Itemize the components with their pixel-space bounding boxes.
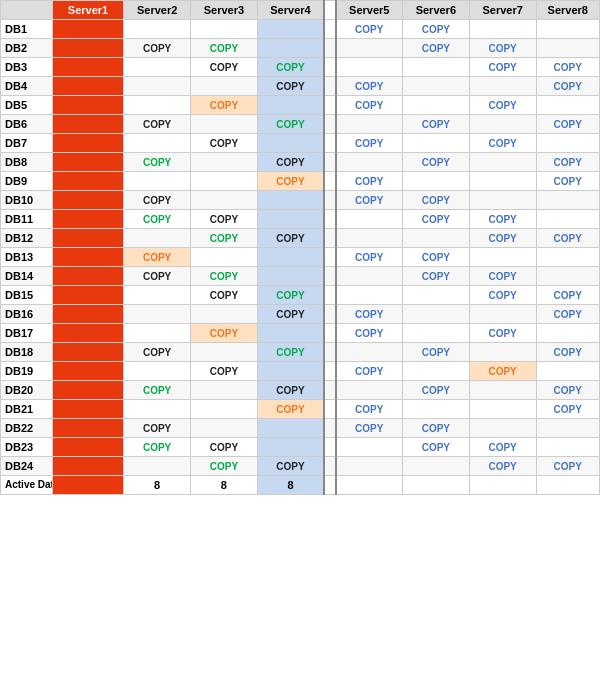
server7-cell: COPY bbox=[469, 324, 536, 343]
server3-cell bbox=[191, 191, 258, 210]
table-row: DB15COPYCOPYCOPYCOPY bbox=[1, 286, 600, 305]
gap-cell bbox=[324, 457, 336, 476]
db-label-cell: DB13 bbox=[1, 248, 53, 267]
server8-cell bbox=[536, 210, 599, 229]
server1-cell bbox=[52, 248, 123, 267]
server7-cell: COPY bbox=[469, 96, 536, 115]
server4-cell: COPY bbox=[257, 457, 324, 476]
server8-cell: COPY bbox=[536, 457, 599, 476]
server1-cell bbox=[52, 58, 123, 77]
server3-cell bbox=[191, 77, 258, 96]
server6-cell: COPY bbox=[402, 153, 469, 172]
server4-cell bbox=[257, 210, 324, 229]
gap-cell bbox=[324, 400, 336, 419]
server2-header: Server2 bbox=[124, 1, 191, 20]
server7-header: Server7 bbox=[469, 1, 536, 20]
db-label-cell: DB5 bbox=[1, 96, 53, 115]
server5-cell bbox=[336, 210, 403, 229]
gap-cell bbox=[324, 172, 336, 191]
server6-cell: COPY bbox=[402, 381, 469, 400]
server1-cell bbox=[52, 400, 123, 419]
server6-cell bbox=[402, 362, 469, 381]
server6-cell: COPY bbox=[402, 115, 469, 134]
db-label-cell: DB21 bbox=[1, 400, 53, 419]
gap-cell bbox=[324, 324, 336, 343]
server1-cell bbox=[52, 96, 123, 115]
server5-cell: COPY bbox=[336, 191, 403, 210]
table-row: DB17COPYCOPYCOPY bbox=[1, 324, 600, 343]
server5-cell bbox=[336, 229, 403, 248]
server6-cell bbox=[402, 172, 469, 191]
server3-cell: COPY bbox=[191, 362, 258, 381]
table-row: DB1COPYCOPY bbox=[1, 20, 600, 39]
server8-cell bbox=[536, 96, 599, 115]
server4-cell bbox=[257, 191, 324, 210]
db-label-cell: DB10 bbox=[1, 191, 53, 210]
server2-cell: COPY bbox=[124, 39, 191, 58]
server6-cell bbox=[402, 134, 469, 153]
server8-cell: COPY bbox=[536, 58, 599, 77]
server5-cell: COPY bbox=[336, 400, 403, 419]
server6-cell: COPY bbox=[402, 438, 469, 457]
gap-cell bbox=[324, 134, 336, 153]
server8-cell: COPY bbox=[536, 305, 599, 324]
server3-cell bbox=[191, 248, 258, 267]
server4-cell: COPY bbox=[257, 305, 324, 324]
server2-cell: COPY bbox=[124, 267, 191, 286]
server5-cell bbox=[336, 58, 403, 77]
db-label-cell: DB3 bbox=[1, 58, 53, 77]
server7-cell bbox=[469, 343, 536, 362]
server7-cell bbox=[469, 248, 536, 267]
db-label-cell: DB15 bbox=[1, 286, 53, 305]
server5-cell: COPY bbox=[336, 172, 403, 191]
footer-s1 bbox=[52, 476, 123, 495]
db-label-cell: DB2 bbox=[1, 39, 53, 58]
server3-cell bbox=[191, 381, 258, 400]
db-label-cell: DB14 bbox=[1, 267, 53, 286]
gap-cell bbox=[324, 96, 336, 115]
table-row: DB9COPYCOPYCOPY bbox=[1, 172, 600, 191]
gap-header bbox=[324, 1, 336, 20]
footer-gap bbox=[324, 476, 336, 495]
footer-s7 bbox=[469, 476, 536, 495]
server2-cell bbox=[124, 20, 191, 39]
server3-cell: COPY bbox=[191, 267, 258, 286]
footer-s3: 8 bbox=[191, 476, 258, 495]
server4-cell: COPY bbox=[257, 153, 324, 172]
server6-header: Server6 bbox=[402, 1, 469, 20]
server2-cell bbox=[124, 134, 191, 153]
server8-cell bbox=[536, 438, 599, 457]
server1-cell bbox=[52, 438, 123, 457]
footer-s5 bbox=[336, 476, 403, 495]
server2-cell: COPY bbox=[124, 419, 191, 438]
server3-cell: COPY bbox=[191, 438, 258, 457]
table-row: DB22COPYCOPYCOPY bbox=[1, 419, 600, 438]
server4-cell bbox=[257, 267, 324, 286]
server5-cell bbox=[336, 343, 403, 362]
server2-cell: COPY bbox=[124, 153, 191, 172]
server6-cell bbox=[402, 400, 469, 419]
server4-cell bbox=[257, 438, 324, 457]
server4-cell: COPY bbox=[257, 172, 324, 191]
main-table-wrapper: Server1 Server2 Server3 Server4 Server5 … bbox=[0, 0, 600, 495]
server3-cell bbox=[191, 20, 258, 39]
server2-cell bbox=[124, 286, 191, 305]
gap-cell bbox=[324, 381, 336, 400]
server8-cell: COPY bbox=[536, 115, 599, 134]
server1-cell bbox=[52, 191, 123, 210]
server2-cell: COPY bbox=[124, 115, 191, 134]
server5-cell bbox=[336, 115, 403, 134]
server6-cell: COPY bbox=[402, 343, 469, 362]
server4-cell bbox=[257, 362, 324, 381]
table-row: DB5COPYCOPYCOPY bbox=[1, 96, 600, 115]
server2-cell bbox=[124, 400, 191, 419]
server7-cell bbox=[469, 153, 536, 172]
server4-cell: COPY bbox=[257, 286, 324, 305]
gap-cell bbox=[324, 438, 336, 457]
db-label-cell: DB20 bbox=[1, 381, 53, 400]
server6-cell: COPY bbox=[402, 210, 469, 229]
header-row: Server1 Server2 Server3 Server4 Server5 … bbox=[1, 1, 600, 20]
server1-cell bbox=[52, 362, 123, 381]
table-row: DB13COPYCOPYCOPY bbox=[1, 248, 600, 267]
active-db-count-label: Active Database Count bbox=[1, 476, 53, 495]
